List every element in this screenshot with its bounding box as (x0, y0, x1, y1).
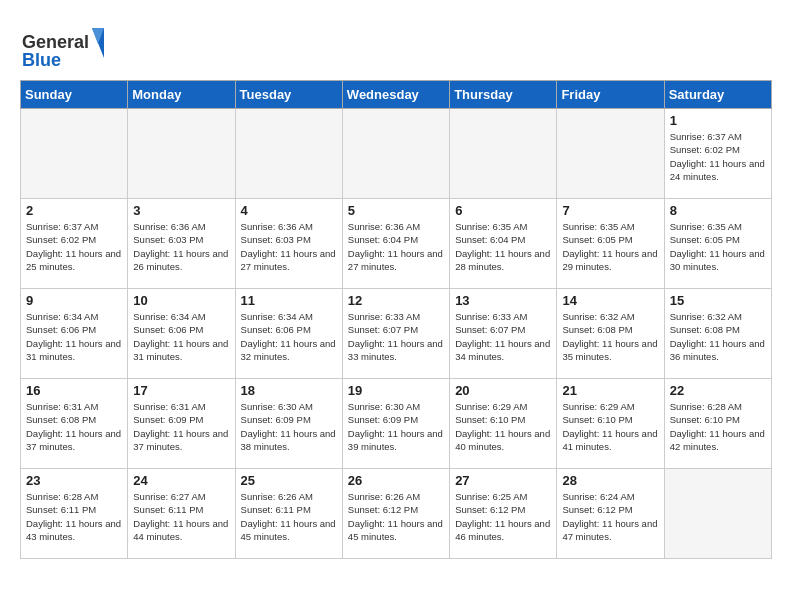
day-number: 27 (455, 473, 551, 488)
day-number: 19 (348, 383, 444, 398)
calendar-cell: 22Sunrise: 6:28 AM Sunset: 6:10 PM Dayli… (664, 379, 771, 469)
calendar-week-3: 16Sunrise: 6:31 AM Sunset: 6:08 PM Dayli… (21, 379, 772, 469)
calendar-cell (235, 109, 342, 199)
day-number: 7 (562, 203, 658, 218)
calendar-cell: 15Sunrise: 6:32 AM Sunset: 6:08 PM Dayli… (664, 289, 771, 379)
calendar-cell: 25Sunrise: 6:26 AM Sunset: 6:11 PM Dayli… (235, 469, 342, 559)
svg-text:Blue: Blue (22, 50, 61, 70)
day-info: Sunrise: 6:26 AM Sunset: 6:12 PM Dayligh… (348, 490, 444, 543)
calendar-cell: 14Sunrise: 6:32 AM Sunset: 6:08 PM Dayli… (557, 289, 664, 379)
day-number: 12 (348, 293, 444, 308)
logo: General Blue (20, 20, 110, 70)
calendar-cell: 27Sunrise: 6:25 AM Sunset: 6:12 PM Dayli… (450, 469, 557, 559)
day-info: Sunrise: 6:33 AM Sunset: 6:07 PM Dayligh… (455, 310, 551, 363)
day-number: 4 (241, 203, 337, 218)
calendar-header: SundayMondayTuesdayWednesdayThursdayFrid… (21, 81, 772, 109)
day-info: Sunrise: 6:35 AM Sunset: 6:05 PM Dayligh… (562, 220, 658, 273)
day-number: 23 (26, 473, 122, 488)
day-info: Sunrise: 6:36 AM Sunset: 6:04 PM Dayligh… (348, 220, 444, 273)
calendar-cell (342, 109, 449, 199)
calendar-cell: 4Sunrise: 6:36 AM Sunset: 6:03 PM Daylig… (235, 199, 342, 289)
day-info: Sunrise: 6:36 AM Sunset: 6:03 PM Dayligh… (133, 220, 229, 273)
calendar-cell: 23Sunrise: 6:28 AM Sunset: 6:11 PM Dayli… (21, 469, 128, 559)
weekday-header-thursday: Thursday (450, 81, 557, 109)
calendar-cell (128, 109, 235, 199)
day-info: Sunrise: 6:28 AM Sunset: 6:11 PM Dayligh… (26, 490, 122, 543)
calendar-cell: 8Sunrise: 6:35 AM Sunset: 6:05 PM Daylig… (664, 199, 771, 289)
day-info: Sunrise: 6:31 AM Sunset: 6:09 PM Dayligh… (133, 400, 229, 453)
day-info: Sunrise: 6:37 AM Sunset: 6:02 PM Dayligh… (26, 220, 122, 273)
day-info: Sunrise: 6:29 AM Sunset: 6:10 PM Dayligh… (562, 400, 658, 453)
day-number: 16 (26, 383, 122, 398)
calendar-cell: 9Sunrise: 6:34 AM Sunset: 6:06 PM Daylig… (21, 289, 128, 379)
weekday-header-row: SundayMondayTuesdayWednesdayThursdayFrid… (21, 81, 772, 109)
day-number: 2 (26, 203, 122, 218)
day-number: 25 (241, 473, 337, 488)
calendar-cell: 2Sunrise: 6:37 AM Sunset: 6:02 PM Daylig… (21, 199, 128, 289)
calendar-cell: 10Sunrise: 6:34 AM Sunset: 6:06 PM Dayli… (128, 289, 235, 379)
weekday-header-sunday: Sunday (21, 81, 128, 109)
weekday-header-saturday: Saturday (664, 81, 771, 109)
weekday-header-monday: Monday (128, 81, 235, 109)
calendar-cell: 13Sunrise: 6:33 AM Sunset: 6:07 PM Dayli… (450, 289, 557, 379)
calendar-cell: 12Sunrise: 6:33 AM Sunset: 6:07 PM Dayli… (342, 289, 449, 379)
day-info: Sunrise: 6:34 AM Sunset: 6:06 PM Dayligh… (241, 310, 337, 363)
day-info: Sunrise: 6:30 AM Sunset: 6:09 PM Dayligh… (348, 400, 444, 453)
calendar-cell: 5Sunrise: 6:36 AM Sunset: 6:04 PM Daylig… (342, 199, 449, 289)
calendar-cell: 3Sunrise: 6:36 AM Sunset: 6:03 PM Daylig… (128, 199, 235, 289)
calendar-cell: 18Sunrise: 6:30 AM Sunset: 6:09 PM Dayli… (235, 379, 342, 469)
calendar-cell: 20Sunrise: 6:29 AM Sunset: 6:10 PM Dayli… (450, 379, 557, 469)
day-number: 10 (133, 293, 229, 308)
calendar-cell: 19Sunrise: 6:30 AM Sunset: 6:09 PM Dayli… (342, 379, 449, 469)
day-number: 20 (455, 383, 551, 398)
day-info: Sunrise: 6:30 AM Sunset: 6:09 PM Dayligh… (241, 400, 337, 453)
day-number: 9 (26, 293, 122, 308)
day-number: 6 (455, 203, 551, 218)
calendar-cell: 21Sunrise: 6:29 AM Sunset: 6:10 PM Dayli… (557, 379, 664, 469)
day-number: 11 (241, 293, 337, 308)
day-number: 17 (133, 383, 229, 398)
calendar-week-0: 1Sunrise: 6:37 AM Sunset: 6:02 PM Daylig… (21, 109, 772, 199)
day-number: 5 (348, 203, 444, 218)
calendar-cell (21, 109, 128, 199)
day-info: Sunrise: 6:34 AM Sunset: 6:06 PM Dayligh… (26, 310, 122, 363)
calendar-cell: 26Sunrise: 6:26 AM Sunset: 6:12 PM Dayli… (342, 469, 449, 559)
calendar-table: SundayMondayTuesdayWednesdayThursdayFrid… (20, 80, 772, 559)
calendar-cell: 11Sunrise: 6:34 AM Sunset: 6:06 PM Dayli… (235, 289, 342, 379)
day-number: 1 (670, 113, 766, 128)
calendar-cell: 17Sunrise: 6:31 AM Sunset: 6:09 PM Dayli… (128, 379, 235, 469)
day-number: 28 (562, 473, 658, 488)
day-number: 14 (562, 293, 658, 308)
calendar-week-1: 2Sunrise: 6:37 AM Sunset: 6:02 PM Daylig… (21, 199, 772, 289)
day-info: Sunrise: 6:25 AM Sunset: 6:12 PM Dayligh… (455, 490, 551, 543)
day-info: Sunrise: 6:28 AM Sunset: 6:10 PM Dayligh… (670, 400, 766, 453)
calendar-cell (557, 109, 664, 199)
day-number: 15 (670, 293, 766, 308)
calendar-cell: 28Sunrise: 6:24 AM Sunset: 6:12 PM Dayli… (557, 469, 664, 559)
svg-text:General: General (22, 32, 89, 52)
day-number: 26 (348, 473, 444, 488)
calendar-cell: 24Sunrise: 6:27 AM Sunset: 6:11 PM Dayli… (128, 469, 235, 559)
calendar-cell: 1Sunrise: 6:37 AM Sunset: 6:02 PM Daylig… (664, 109, 771, 199)
day-info: Sunrise: 6:32 AM Sunset: 6:08 PM Dayligh… (670, 310, 766, 363)
calendar-cell (450, 109, 557, 199)
day-info: Sunrise: 6:36 AM Sunset: 6:03 PM Dayligh… (241, 220, 337, 273)
day-info: Sunrise: 6:35 AM Sunset: 6:04 PM Dayligh… (455, 220, 551, 273)
day-info: Sunrise: 6:31 AM Sunset: 6:08 PM Dayligh… (26, 400, 122, 453)
day-number: 24 (133, 473, 229, 488)
day-info: Sunrise: 6:33 AM Sunset: 6:07 PM Dayligh… (348, 310, 444, 363)
day-number: 21 (562, 383, 658, 398)
day-info: Sunrise: 6:29 AM Sunset: 6:10 PM Dayligh… (455, 400, 551, 453)
day-number: 18 (241, 383, 337, 398)
day-info: Sunrise: 6:24 AM Sunset: 6:12 PM Dayligh… (562, 490, 658, 543)
calendar-cell: 6Sunrise: 6:35 AM Sunset: 6:04 PM Daylig… (450, 199, 557, 289)
calendar-cell: 16Sunrise: 6:31 AM Sunset: 6:08 PM Dayli… (21, 379, 128, 469)
calendar-cell: 7Sunrise: 6:35 AM Sunset: 6:05 PM Daylig… (557, 199, 664, 289)
page-header: General Blue (20, 20, 772, 70)
weekday-header-friday: Friday (557, 81, 664, 109)
weekday-header-tuesday: Tuesday (235, 81, 342, 109)
day-number: 22 (670, 383, 766, 398)
day-number: 8 (670, 203, 766, 218)
logo-svg: General Blue (20, 20, 110, 70)
day-number: 3 (133, 203, 229, 218)
